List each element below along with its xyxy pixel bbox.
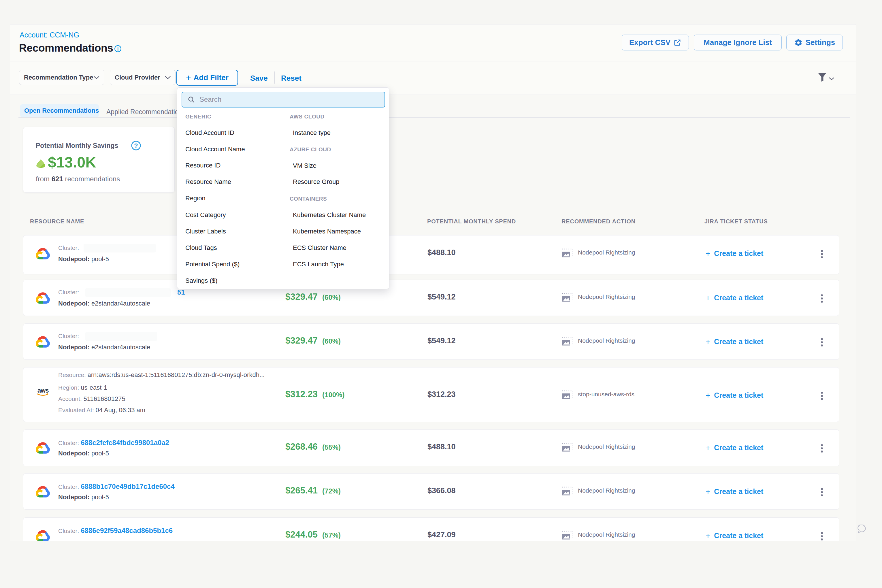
svg-text:i: i <box>117 46 119 52</box>
svg-text:aws: aws <box>38 387 49 394</box>
svg-text:?: ? <box>134 142 138 149</box>
